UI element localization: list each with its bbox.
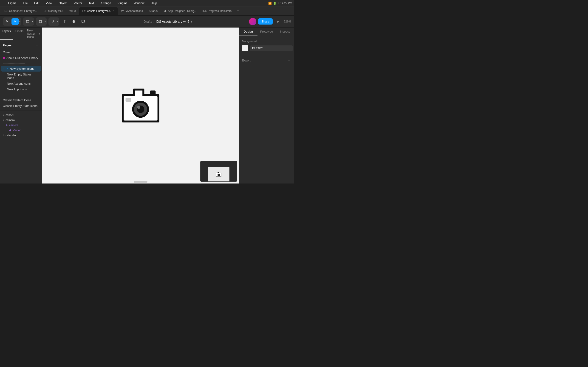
layer-item-calendar[interactable]: # calendar bbox=[1, 133, 41, 138]
background-label: Background bbox=[242, 40, 291, 43]
tab-label: WFM Annotations bbox=[121, 9, 143, 13]
inspect-tab[interactable]: Inspect bbox=[276, 27, 294, 36]
left-resize-handle[interactable] bbox=[42, 27, 43, 184]
panel-divider bbox=[0, 110, 42, 111]
page-item-new-app[interactable]: New App Icons bbox=[1, 86, 41, 92]
file-name-label[interactable]: IDS Assets Library v4.5 bbox=[156, 20, 189, 23]
canvas-scrollbar[interactable] bbox=[134, 181, 147, 183]
active-layer-label: New System Icons ▾ bbox=[25, 27, 42, 40]
component-icon: ❖ bbox=[6, 124, 8, 127]
hand-tool-button[interactable] bbox=[70, 18, 78, 25]
toolbar-breadcrumb: Drafts / IDS Assets Library v4.5 ▾ bbox=[89, 20, 247, 23]
background-color-swatch[interactable] bbox=[242, 45, 248, 51]
edit-menu-item[interactable]: Edit bbox=[33, 1, 41, 5]
share-button[interactable]: Share bbox=[258, 18, 273, 25]
tab-close-icon[interactable]: ✕ bbox=[112, 9, 115, 13]
layers-tab[interactable]: Layers bbox=[0, 27, 13, 40]
tab-ids-mobility[interactable]: IDS Mobility v4.6 bbox=[40, 7, 66, 15]
layer-item-camera[interactable]: # camera bbox=[1, 118, 41, 123]
design-tab[interactable]: Design bbox=[239, 27, 258, 36]
tab-ids-component[interactable]: IDS Component Library v... bbox=[1, 7, 40, 15]
menubar:  Figma File Edit View Object Vector Tex… bbox=[0, 0, 294, 6]
shape-tool-button[interactable] bbox=[37, 18, 44, 25]
toolbar-right: Share ▶ 929% bbox=[249, 18, 291, 25]
breadcrumb-separator: / bbox=[153, 20, 154, 23]
breadcrumb-drafts[interactable]: Drafts bbox=[144, 20, 152, 23]
prototype-tab[interactable]: Prototype bbox=[258, 27, 276, 36]
thumbnail-camera-icon bbox=[215, 172, 222, 177]
page-item-new-system[interactable]: ✓ New System Icons bbox=[1, 66, 41, 72]
svg-rect-18 bbox=[217, 172, 219, 173]
right-resize-handle[interactable] bbox=[238, 27, 239, 184]
thumbnail-left-panel bbox=[200, 167, 208, 181]
text-menu-item[interactable]: Text bbox=[87, 1, 95, 5]
arrange-menu-item[interactable]: Arrange bbox=[99, 1, 112, 5]
checkmark-icon: ✓ bbox=[6, 67, 8, 70]
present-button[interactable]: ▶ bbox=[275, 18, 282, 25]
help-menu-item[interactable]: Help bbox=[149, 1, 158, 5]
select-tool-chevron[interactable]: ▾ bbox=[19, 20, 20, 23]
apple-menu[interactable]:  bbox=[2, 1, 3, 5]
page-item-classic-empty[interactable]: Classic Empty State Icons bbox=[1, 103, 41, 109]
tool-group-pen: ▾ bbox=[48, 17, 59, 26]
shape-tool-chevron[interactable]: ▾ bbox=[44, 20, 46, 23]
page-item-classic-system[interactable]: Classic System Icons bbox=[1, 97, 41, 103]
tab-label: IDS Assets Library v4.5 bbox=[82, 9, 111, 13]
thumbnail-content bbox=[200, 161, 237, 181]
tab-label: IDS Mobility v4.6 bbox=[43, 9, 63, 13]
tab-stratus[interactable]: Stratus bbox=[146, 7, 160, 15]
layer-label-chevron[interactable]: ▾ bbox=[39, 33, 40, 35]
add-tab-button[interactable]: + bbox=[235, 8, 241, 14]
left-panel: Layers Assets New System Icons ▾ Pages +… bbox=[0, 27, 42, 184]
tab-wfm[interactable]: WFM bbox=[67, 7, 79, 15]
window-menu-item[interactable]: Window bbox=[132, 1, 146, 5]
vector-menu-item[interactable]: Vector bbox=[72, 1, 84, 5]
toolbar: ▾ ▾ ▾ ▾ T Drafts / IDS Assets Library v4… bbox=[0, 16, 294, 27]
figma-menu-item[interactable]: Figma bbox=[7, 1, 18, 5]
canvas[interactable] bbox=[42, 27, 239, 184]
comment-tool-button[interactable] bbox=[79, 18, 87, 25]
zoom-level-display[interactable]: 929% bbox=[284, 20, 291, 23]
layer-item-cancel[interactable]: # cancel bbox=[1, 113, 41, 118]
file-menu-item[interactable]: File bbox=[22, 1, 29, 5]
page-separator-2: ------------------------ bbox=[1, 92, 41, 97]
view-menu-item[interactable]: View bbox=[44, 1, 53, 5]
background-color-row bbox=[242, 45, 291, 51]
svg-rect-15 bbox=[126, 98, 131, 102]
page-item-new-empty[interactable]: New Empty States Icons bbox=[1, 72, 41, 81]
camera-svg bbox=[118, 85, 164, 126]
move-tool-button[interactable] bbox=[4, 18, 11, 25]
tab-ids-progress[interactable]: IDS Progress Indicators bbox=[199, 7, 234, 15]
thumbnail-right-panel bbox=[229, 167, 237, 181]
page-item-about[interactable]: About Our Asset Library bbox=[1, 55, 41, 61]
svg-rect-9 bbox=[135, 91, 142, 96]
pages-list: Cover About Our Asset Library ----------… bbox=[0, 49, 42, 109]
pen-tool-button[interactable] bbox=[49, 18, 57, 25]
tool-group-shape: ▾ bbox=[36, 17, 47, 26]
pages-header: Pages + bbox=[0, 40, 42, 49]
vector-icon: ⬟ bbox=[9, 129, 11, 132]
pages-title: Pages bbox=[3, 44, 11, 47]
pen-tool-chevron[interactable]: ▾ bbox=[57, 20, 58, 23]
menubar-icons: 📶 🔋 Fri 4:22 PM bbox=[268, 2, 292, 5]
layer-item-camera-comp[interactable]: ❖ camera bbox=[1, 123, 41, 128]
thumbnail-preview[interactable] bbox=[200, 161, 237, 182]
add-export-button[interactable]: + bbox=[287, 58, 291, 63]
layer-item-vector[interactable]: ⬟ Vector bbox=[1, 128, 41, 133]
frame-tool-button[interactable] bbox=[24, 18, 32, 25]
frame-tool-chevron[interactable]: ▾ bbox=[32, 20, 33, 23]
page-item-cover[interactable]: Cover bbox=[1, 49, 41, 55]
tab-m3-app[interactable]: M3 App Designer - Desig... bbox=[161, 7, 199, 15]
background-hex-input[interactable] bbox=[250, 45, 293, 51]
plugins-menu-item[interactable]: Plugins bbox=[116, 1, 129, 5]
tab-wfm-annotations[interactable]: WFM Annotations bbox=[118, 7, 146, 15]
assets-tab[interactable]: Assets bbox=[13, 27, 25, 40]
text-tool-button[interactable]: T bbox=[61, 18, 69, 25]
page-item-new-accent[interactable]: New Accent Icons bbox=[1, 81, 41, 86]
tab-ids-assets[interactable]: IDS Assets Library v4.5 ✕ bbox=[79, 7, 118, 15]
user-avatar[interactable] bbox=[249, 18, 256, 25]
select-tool-button[interactable] bbox=[11, 18, 19, 25]
add-page-button[interactable]: + bbox=[35, 43, 39, 48]
file-dropdown-icon[interactable]: ▾ bbox=[191, 20, 192, 23]
object-menu-item[interactable]: Object bbox=[57, 1, 69, 5]
